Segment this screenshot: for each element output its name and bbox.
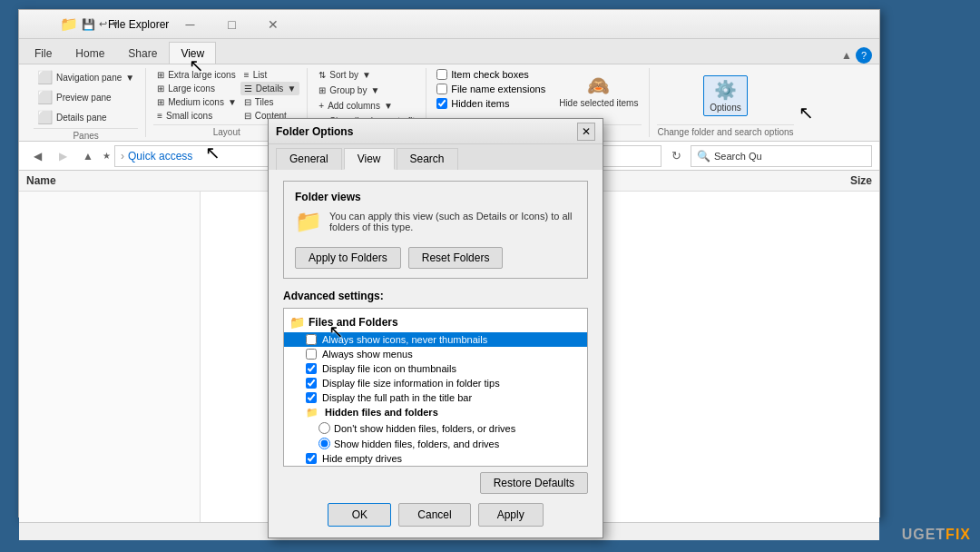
minimize-button[interactable]: ─ bbox=[169, 10, 211, 39]
medium-icons-icon: ⊞ bbox=[157, 97, 164, 107]
dont-show-hidden-item[interactable]: Don't show hidden files, folders, or dri… bbox=[284, 420, 587, 436]
sort-by-dropdown-icon: ▼ bbox=[362, 70, 371, 80]
dialog-title-bar: Folder Options ✕ bbox=[269, 119, 603, 144]
forward-btn[interactable]: ▶ bbox=[52, 145, 74, 167]
hidden-files-icon: 📁 bbox=[306, 407, 318, 418]
tab-home[interactable]: Home bbox=[64, 42, 116, 64]
tab-view[interactable]: View bbox=[169, 42, 216, 64]
display-file-icon-checkbox[interactable] bbox=[306, 363, 317, 374]
dialog-body: Folder views 📁 You can apply this view (… bbox=[269, 170, 603, 537]
large-icons-btn[interactable]: ⊞ Large icons bbox=[153, 82, 219, 95]
hidden-items-checkbox[interactable] bbox=[436, 98, 447, 109]
reset-folders-btn[interactable]: Reset Folders bbox=[408, 247, 504, 269]
preview-pane-btn[interactable]: ⬜ Preview pane bbox=[34, 88, 138, 106]
qat-undo-btn[interactable]: ↩ bbox=[99, 18, 107, 30]
folder-options-dialog: Folder Options ✕ General View Search Fol… bbox=[268, 118, 603, 538]
sort-by-btn[interactable]: ⇅ Sort by ▼ bbox=[315, 68, 375, 82]
item-check-boxes-checkbox[interactable] bbox=[436, 69, 447, 80]
qat-save-btn[interactable]: 💾 bbox=[82, 18, 95, 31]
always-show-icons-checkbox[interactable] bbox=[306, 334, 317, 345]
medium-icons-btn[interactable]: ⊞ Medium icons ▼ bbox=[153, 95, 240, 109]
hide-selected-btn[interactable]: 🙈 Hide selected items bbox=[555, 68, 642, 113]
dialog-footer-buttons: OK Cancel Apply bbox=[283, 503, 588, 527]
options-btn[interactable]: ⚙️ Options bbox=[703, 75, 747, 116]
extra-large-icon: ⊞ bbox=[157, 70, 164, 80]
panes-group-label: Panes bbox=[34, 128, 138, 141]
display-file-icon-item[interactable]: Display file icon on thumbnails bbox=[284, 361, 587, 376]
ok-btn[interactable]: OK bbox=[328, 503, 391, 527]
close-button[interactable]: ✕ bbox=[252, 10, 294, 39]
apply-to-folders-btn[interactable]: Apply to Folders bbox=[295, 247, 401, 269]
item-check-boxes-toggle[interactable]: Item check boxes bbox=[434, 68, 548, 81]
small-icons-btn[interactable]: ≡ Small icons bbox=[153, 109, 216, 123]
quick-access-toolbar: 📁 💾 ↩ ▼ bbox=[60, 15, 120, 33]
qat-icon: 📁 bbox=[60, 15, 78, 33]
address-quick-access[interactable]: Quick access bbox=[128, 150, 192, 163]
medium-icons-dropdown: ▼ bbox=[228, 97, 237, 107]
hidden-files-group: 📁 Hidden files and folders bbox=[284, 405, 587, 420]
dont-show-hidden-radio[interactable] bbox=[318, 422, 330, 434]
folder-views-section: Folder views 📁 You can apply this view (… bbox=[283, 181, 588, 279]
back-btn[interactable]: ◀ bbox=[26, 145, 48, 167]
qat-expand-btn[interactable]: ▼ bbox=[111, 19, 120, 29]
title-bar: 📁 💾 ↩ ▼ File Explorer ─ □ ✕ bbox=[19, 10, 879, 39]
display-file-size-item[interactable]: Display file size information in folder … bbox=[284, 376, 587, 390]
content-icon: ⊟ bbox=[244, 111, 251, 121]
display-full-path-item[interactable]: Display the full path in the title bar bbox=[284, 390, 587, 405]
up-btn[interactable]: ▲ bbox=[77, 145, 99, 167]
tab-file[interactable]: File bbox=[23, 42, 64, 64]
search-box[interactable]: 🔍 Search Qu bbox=[691, 145, 872, 167]
always-show-menus-item[interactable]: Always show menus bbox=[284, 347, 587, 361]
watermark: UGETFIX bbox=[902, 527, 971, 543]
always-show-menus-checkbox[interactable] bbox=[306, 349, 317, 360]
search-text: Search Qu bbox=[714, 151, 762, 162]
hide-empty-drives-checkbox[interactable] bbox=[306, 453, 317, 464]
folder-views-buttons: Apply to Folders Reset Folders bbox=[295, 247, 576, 269]
settings-list-wrapper[interactable]: 📁 Files and Folders Always show icons, n… bbox=[283, 308, 588, 467]
show-hidden-item[interactable]: Show hidden files, folders, and drives bbox=[284, 436, 587, 451]
column-size[interactable]: Size bbox=[799, 174, 872, 187]
apply-btn[interactable]: Apply bbox=[478, 503, 544, 527]
recent-locations-btn[interactable]: ★ bbox=[103, 151, 111, 161]
folder-views-desc: 📁 You can apply this view (such as Detai… bbox=[295, 211, 576, 240]
dialog-tab-bar: General View Search bbox=[269, 144, 603, 170]
dialog-tab-view[interactable]: View bbox=[344, 148, 395, 170]
cancel-btn[interactable]: Cancel bbox=[398, 503, 470, 527]
file-name-extensions-checkbox[interactable] bbox=[436, 84, 447, 94]
dialog-close-btn[interactable]: ✕ bbox=[577, 123, 595, 141]
show-hidden-radio[interactable] bbox=[318, 438, 330, 449]
restore-defaults-row: Restore Defaults bbox=[283, 472, 588, 494]
hide-empty-drives-item[interactable]: Hide empty drives bbox=[284, 451, 587, 466]
settings-list: 📁 Files and Folders Always show icons, n… bbox=[284, 309, 587, 467]
details-pane-btn[interactable]: ⬜ Details pane bbox=[34, 108, 138, 126]
nav-pane-icon: ⬜ bbox=[37, 70, 53, 84]
ribbon-collapse-btn[interactable]: ▲ bbox=[841, 49, 852, 62]
navigation-pane-btn[interactable]: ⬜ Navigation pane ▼ bbox=[34, 68, 138, 86]
hide-extensions-item[interactable]: Hide extensions for known file types bbox=[284, 466, 587, 467]
hide-selected-icon: 🙈 bbox=[587, 74, 610, 96]
maximize-button[interactable]: □ bbox=[211, 10, 252, 39]
display-file-size-checkbox[interactable] bbox=[306, 378, 317, 389]
group-by-icon: ⊞ bbox=[318, 85, 326, 95]
sort-by-icon: ⇅ bbox=[318, 70, 326, 80]
details-btn[interactable]: ☰ Details ▼ bbox=[240, 82, 299, 95]
group-by-btn[interactable]: ⊞ Group by ▼ bbox=[315, 84, 383, 97]
dialog-tab-general[interactable]: General bbox=[276, 148, 342, 170]
details-pane-icon: ⬜ bbox=[37, 110, 53, 124]
tiles-btn[interactable]: ⊟ Tiles bbox=[240, 95, 278, 109]
dialog-tab-search[interactable]: Search bbox=[397, 148, 458, 170]
refresh-btn[interactable]: ↻ bbox=[665, 145, 687, 167]
file-name-extensions-toggle[interactable]: File name extensions bbox=[434, 83, 548, 95]
display-full-path-checkbox[interactable] bbox=[306, 392, 317, 403]
tab-share[interactable]: Share bbox=[116, 42, 169, 64]
restore-defaults-btn[interactable]: Restore Defaults bbox=[480, 472, 588, 494]
hidden-items-toggle[interactable]: Hidden items bbox=[434, 97, 548, 110]
files-folders-icon: 📁 bbox=[289, 315, 305, 330]
add-columns-btn[interactable]: + Add columns ▼ bbox=[315, 99, 397, 113]
always-show-icons-item[interactable]: Always show icons, never thumbnails bbox=[284, 332, 587, 347]
help-btn[interactable]: ? bbox=[856, 47, 872, 64]
list-btn[interactable]: ≡ List bbox=[240, 68, 270, 82]
advanced-settings-title: Advanced settings: bbox=[283, 290, 588, 302]
extra-large-icons-btn[interactable]: ⊞ Extra large icons bbox=[153, 68, 239, 82]
sidebar bbox=[19, 192, 201, 522]
